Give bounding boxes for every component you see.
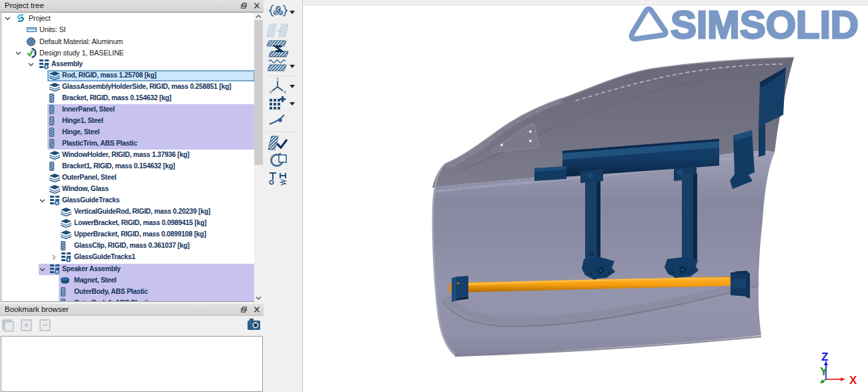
svg-text:Y: Y: [276, 77, 279, 81]
svg-text:Z: Z: [821, 351, 828, 363]
svg-text:Y: Y: [820, 365, 828, 378]
svg-text:X: X: [849, 374, 857, 387]
svg-text:X: X: [284, 90, 286, 94]
svg-text:Z: Z: [270, 90, 272, 94]
